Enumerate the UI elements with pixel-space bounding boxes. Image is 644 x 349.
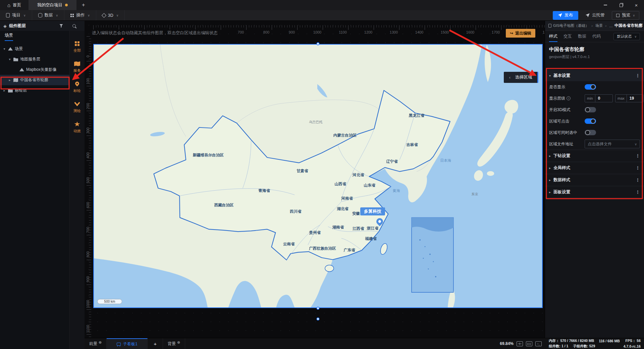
caret-icon[interactable] (3, 47, 6, 51)
setting-row-file: 区域文件地址 点击选择文件 (545, 138, 644, 150)
app-window: 首页 我的空白项目 + × 项目 数据 操作 3D (0, 0, 644, 349)
toolbar-item[interactable]: 标绘 (73, 81, 81, 93)
min-level-input[interactable]: min 0 (585, 94, 613, 102)
resize-handle-top[interactable] (317, 42, 320, 45)
tree-item[interactable]: Mapbox矢量影像 (0, 64, 69, 75)
editor-canvas[interactable]: 2003004005006007008009001000110012001300… (85, 21, 545, 338)
select-region-button[interactable]: ‹ 选择区域 (504, 72, 538, 83)
add-circle-icon[interactable]: ⊕ (99, 340, 102, 345)
help-icon[interactable]: ? (567, 96, 571, 100)
cloud-host-button[interactable]: 云托管 (582, 11, 609, 20)
home-tab[interactable]: 首页 (0, 0, 29, 10)
toolbar-item[interactable]: 动效 (73, 121, 81, 134)
project-tab-label: 我的空白项目 (37, 2, 62, 8)
caret-icon[interactable] (3, 89, 6, 92)
preview-button[interactable]: 预览 (612, 11, 639, 20)
clickable-toggle[interactable] (585, 118, 596, 124)
background-label: 背景 (168, 341, 176, 347)
state-selector[interactable]: 默认状态 (613, 33, 640, 40)
caret-icon[interactable] (8, 57, 11, 61)
map-label: 辽宁省 (386, 159, 398, 164)
chevron-right-icon: ▸ (549, 178, 551, 182)
menu-item[interactable]: 操作 (64, 10, 96, 20)
scene-tab-label: 场景 (5, 33, 13, 41)
resize-handle-below[interactable] (317, 317, 320, 320)
maximize-button[interactable] (613, 0, 629, 10)
basic-settings-header[interactable]: ▾ 基本设置 ⋮ (545, 70, 644, 81)
keyboard-icon[interactable] (526, 341, 532, 346)
minimize-button[interactable] (598, 0, 613, 10)
send-icon (586, 13, 590, 17)
tree-item[interactable]: 场景 (0, 44, 69, 54)
more-icon[interactable]: ⋮ (636, 178, 640, 183)
map-label: 吉林省 (406, 142, 418, 147)
edit-mode-hint: 进入编辑状态会自动隐藏其他组件图层，双击空白区域退出编辑状态 (90, 30, 220, 37)
menu-item[interactable]: 项目 (0, 10, 32, 20)
tree-item[interactable]: 标绘层 (0, 85, 69, 96)
map-label: 贵州省 (309, 230, 321, 235)
mode3d-toggle[interactable] (585, 107, 596, 112)
tree-item[interactable]: 中国各省市轮廓 (0, 75, 69, 85)
more-icon[interactable]: ⋮ (636, 153, 640, 158)
ruler-number: 1400 (415, 30, 423, 34)
toolbar-icon (74, 81, 80, 87)
filter-icon[interactable] (59, 24, 63, 28)
exit-edit-label: 退出编辑 (515, 31, 531, 36)
more-icon[interactable]: ⋮ (636, 190, 640, 195)
map-label: 山东省 (364, 183, 375, 188)
visible-toggle[interactable] (585, 84, 596, 90)
inspector-tab[interactable]: 代码 (592, 31, 601, 42)
max-level-input[interactable]: max 19 (615, 94, 643, 102)
ruler-number: 1500 (441, 30, 449, 34)
inspector-tab[interactable]: 样式 (549, 31, 557, 42)
breadcrumb-root[interactable]: GIS电子地图（基础） (553, 23, 589, 28)
inspector-tab[interactable]: 数据 (578, 31, 586, 42)
more-icon[interactable]: ⋮ (636, 73, 640, 78)
menu-item[interactable]: 数据 (32, 10, 65, 20)
add-circle-icon[interactable]: ⊕ (177, 340, 180, 345)
new-tab-button[interactable]: + (76, 0, 90, 10)
chevron-left-icon: ‹ (509, 75, 511, 80)
caret-icon[interactable] (8, 78, 11, 82)
multiselect-toggle[interactable] (585, 130, 596, 135)
settings-section[interactable]: ▸ 全局样式 ⋮ (545, 162, 644, 174)
resize-handle-bottom[interactable] (317, 307, 320, 310)
map-label: 安徽 (352, 211, 360, 216)
toolbar-item[interactable]: 全部 (73, 41, 81, 53)
terminal-icon[interactable]: >_ (535, 341, 542, 346)
region-file-select[interactable]: 点击选择文件 (585, 140, 640, 148)
background-tab[interactable]: 背景 ⊕ (163, 338, 185, 349)
project-tab[interactable]: 我的空白项目 (29, 0, 76, 10)
version-label: 4.7.0-rc.16 (624, 344, 641, 348)
ruler-number: 1000 (86, 297, 90, 311)
tree-item[interactable]: 地图服务层 (0, 54, 69, 64)
add-board-button[interactable]: + (148, 338, 163, 349)
toolbar-item[interactable]: 测绘 (73, 101, 81, 113)
search-icon[interactable] (72, 24, 76, 28)
exit-edit-button[interactable]: ↪ 退出编辑 (506, 29, 535, 38)
scene-tab[interactable]: 场景 (0, 31, 69, 41)
breadcrumb: GIS电子地图（基础） 场景 … 中国各省市轮廓 (545, 21, 644, 31)
settings-section[interactable]: ▸ 数据样式 ⋮ (545, 174, 644, 186)
layer-type-icon (13, 57, 18, 61)
window-controls: × (598, 0, 644, 10)
zoom-level[interactable]: 69.84% (500, 341, 514, 346)
inspector-tab[interactable]: 交互 (564, 31, 572, 42)
menu-item[interactable]: 3D (96, 10, 125, 20)
toolbar-item[interactable]: 服务 (73, 61, 81, 73)
breadcrumb-separator (591, 23, 594, 28)
subboard-tab[interactable]: 子看板1 (107, 338, 148, 349)
settings-section[interactable]: ▸ 面板设置 ⋮ (545, 186, 644, 198)
map-component[interactable]: 黑龙江省吉林省辽宁省内蒙古自治区河北省山西省山东省河南省甘肃省青海省新疆维吾尔自… (93, 44, 543, 308)
more-icon[interactable]: ⋮ (636, 165, 640, 170)
marker-tooltip[interactable]: 多算科技 (360, 207, 385, 215)
close-button[interactable]: × (629, 0, 644, 10)
subcomponent-count: 子组件数: 529 (573, 344, 595, 349)
foreground-tab[interactable]: 前景 ⊕ (85, 338, 107, 349)
ruler-number: 400 (86, 149, 90, 162)
breadcrumb-scene[interactable]: 场景 (595, 23, 603, 28)
settings-section[interactable]: ▸ 下钻设置 ⋮ (545, 150, 644, 162)
fit-screen-icon[interactable] (517, 341, 523, 346)
inspector-panel: GIS电子地图（基础） 场景 … 中国各省市轮廓 样式交互数据代码 默认状态 中… (545, 21, 644, 338)
publish-button[interactable]: 发布 (553, 11, 578, 20)
